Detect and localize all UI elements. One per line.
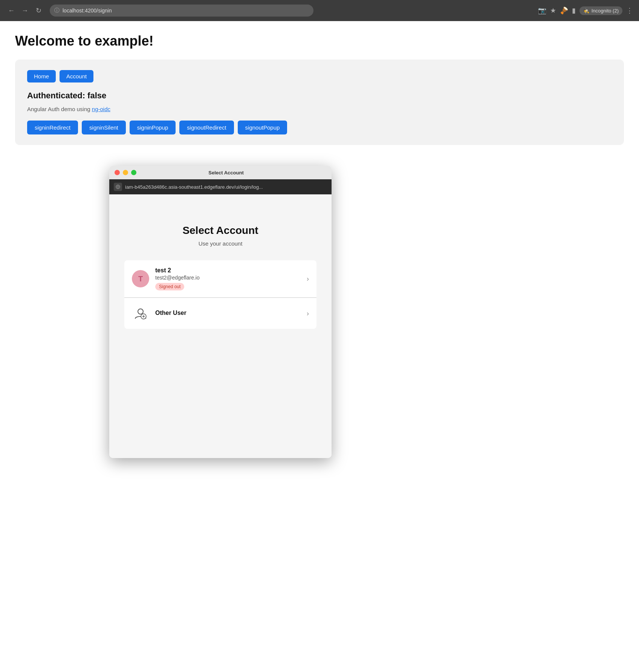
popup-title: Select Account: [139, 170, 313, 176]
page-content: Welcome to example! Home Account Authent…: [0, 21, 639, 166]
signout-popup-button[interactable]: signoutPopup: [238, 121, 287, 134]
popup-addressbar: iam-b45a263d486c.asia-southeast1.edgefla…: [109, 179, 332, 194]
chevron-right-icon-test2: ›: [307, 275, 309, 283]
account-name-test2: test 2: [155, 267, 301, 274]
select-account-subtitle: Use your account: [199, 240, 243, 247]
page-title: Welcome to example!: [15, 33, 624, 49]
popup-site-icon: [114, 183, 122, 191]
account-item-test2[interactable]: T test 2 test2@edgeflare.io Signed out ›: [124, 260, 316, 298]
star-icon[interactable]: ★: [550, 6, 556, 15]
other-user-icon: [132, 305, 149, 322]
auth-status: Authenticated: false: [27, 91, 612, 101]
incognito-icon: 🕵: [583, 8, 589, 14]
url-text: localhost:4200/signin: [63, 8, 112, 14]
signin-redirect-button[interactable]: signinRedirect: [27, 121, 78, 134]
camera-icon[interactable]: 📷: [538, 6, 546, 15]
incognito-badge: 🕵 Incognito (2): [579, 6, 622, 15]
account-nav-button[interactable]: Account: [60, 70, 93, 82]
home-nav-button[interactable]: Home: [27, 70, 56, 82]
extension-icon[interactable]: 🪘: [560, 6, 568, 15]
browser-chrome: ← → ↻ ⓘ localhost:4200/signin 📷 ★ 🪘 ▮ 🕵 …: [0, 0, 639, 21]
main-card: Home Account Authenticated: false Angula…: [15, 60, 624, 145]
ng-oidc-link[interactable]: ng-oidc: [92, 106, 110, 112]
forward-button[interactable]: →: [20, 5, 30, 16]
svg-point-1: [138, 309, 143, 314]
maximize-window-button[interactable]: [131, 170, 136, 175]
account-item-other[interactable]: Other User ›: [124, 298, 316, 329]
chevron-right-icon-other: ›: [307, 310, 309, 318]
address-bar[interactable]: ⓘ localhost:4200/signin: [50, 5, 313, 17]
avatar-test2: T: [132, 270, 149, 287]
minimize-window-button[interactable]: [123, 170, 128, 175]
other-user-label: Other User: [155, 310, 301, 316]
signin-silent-button[interactable]: signinSilent: [82, 121, 126, 134]
security-icon: ⓘ: [54, 7, 60, 14]
account-info-other: Other User: [155, 310, 301, 317]
auth-description: Angular Auth demo using ng-oidc: [27, 106, 612, 112]
popup-titlebar: Select Account: [109, 166, 332, 179]
select-account-heading: Select Account: [182, 225, 258, 237]
popup-url: iam-b45a263d486c.asia-southeast1.edgefla…: [125, 184, 263, 190]
menu-icon[interactable]: ⋮: [626, 6, 633, 15]
back-button[interactable]: ←: [6, 5, 17, 16]
nav-buttons: Home Account: [27, 70, 612, 82]
sidebar-icon[interactable]: ▮: [572, 6, 576, 15]
account-list: T test 2 test2@edgeflare.io Signed out ›: [124, 260, 316, 329]
auth-desc-prefix: Angular Auth demo using: [27, 106, 92, 112]
signed-out-badge: Signed out: [155, 283, 184, 290]
reload-button[interactable]: ↻: [33, 5, 44, 16]
signin-popup-button[interactable]: signinPopup: [130, 121, 176, 134]
signout-redirect-button[interactable]: signoutRedirect: [179, 121, 234, 134]
popup-body: Select Account Use your account T test 2…: [109, 194, 332, 458]
browser-actions: 📷 ★ 🪘 ▮ 🕵 Incognito (2) ⋮: [538, 6, 633, 15]
account-info-test2: test 2 test2@edgeflare.io Signed out: [155, 267, 301, 290]
action-buttons: signinRedirect signinSilent signinPopup …: [27, 121, 612, 134]
select-account-popup: Select Account iam-b45a263d486c.asia-sou…: [109, 166, 332, 458]
close-window-button[interactable]: [115, 170, 120, 175]
account-email-test2: test2@edgeflare.io: [155, 275, 301, 281]
